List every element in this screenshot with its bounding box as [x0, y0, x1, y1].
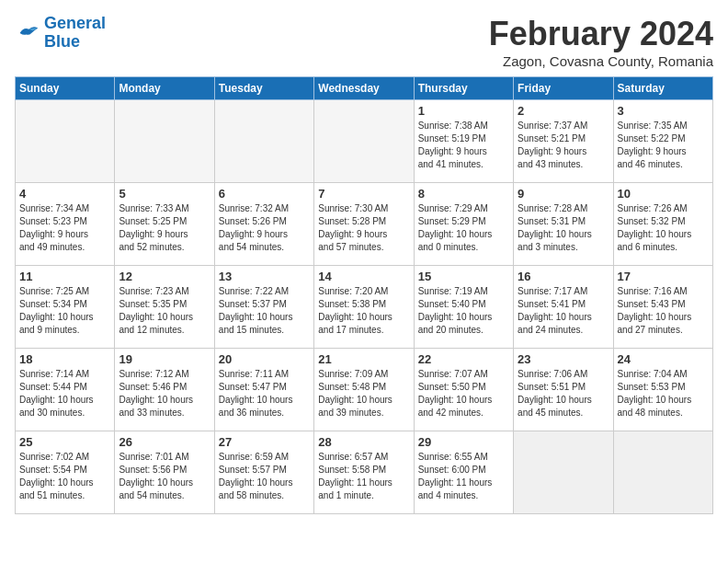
day-cell [115, 100, 214, 183]
day-number: 27 [219, 435, 310, 449]
day-cell: 25Sunrise: 7:02 AM Sunset: 5:54 PM Dayli… [16, 431, 115, 514]
week-row-5: 25Sunrise: 7:02 AM Sunset: 5:54 PM Dayli… [16, 431, 713, 514]
day-cell [514, 431, 613, 514]
day-cell: 6Sunrise: 7:32 AM Sunset: 5:26 PM Daylig… [214, 183, 313, 266]
day-number: 3 [618, 104, 709, 118]
day-info: Sunrise: 7:07 AM Sunset: 5:50 PM Dayligh… [418, 368, 509, 419]
day-info: Sunrise: 7:32 AM Sunset: 5:26 PM Dayligh… [219, 202, 310, 254]
day-cell: 19Sunrise: 7:12 AM Sunset: 5:46 PM Dayli… [115, 349, 214, 431]
day-info: Sunrise: 7:06 AM Sunset: 5:51 PM Dayligh… [518, 368, 609, 419]
day-info: Sunrise: 7:14 AM Sunset: 5:44 PM Dayligh… [19, 368, 110, 419]
day-cell: 10Sunrise: 7:26 AM Sunset: 5:32 PM Dayli… [613, 183, 712, 266]
week-row-1: 1Sunrise: 7:38 AM Sunset: 5:19 PM Daylig… [16, 100, 713, 183]
day-cell: 1Sunrise: 7:38 AM Sunset: 5:19 PM Daylig… [414, 100, 513, 183]
day-number: 13 [219, 270, 310, 283]
day-info: Sunrise: 7:33 AM Sunset: 5:25 PM Dayligh… [119, 202, 210, 254]
day-info: Sunrise: 7:17 AM Sunset: 5:41 PM Dayligh… [518, 285, 609, 337]
day-info: Sunrise: 7:26 AM Sunset: 5:32 PM Dayligh… [618, 202, 709, 254]
day-cell: 18Sunrise: 7:14 AM Sunset: 5:44 PM Dayli… [16, 349, 115, 431]
weekday-header-tuesday: Tuesday [214, 77, 313, 100]
day-info: Sunrise: 7:11 AM Sunset: 5:47 PM Dayligh… [219, 368, 310, 419]
day-number: 16 [518, 270, 609, 283]
day-info: Sunrise: 7:20 AM Sunset: 5:38 PM Dayligh… [318, 285, 409, 337]
day-cell: 12Sunrise: 7:23 AM Sunset: 5:35 PM Dayli… [115, 266, 214, 349]
day-cell: 16Sunrise: 7:17 AM Sunset: 5:41 PM Dayli… [514, 266, 613, 349]
day-info: Sunrise: 7:01 AM Sunset: 5:56 PM Dayligh… [119, 451, 210, 502]
day-info: Sunrise: 7:25 AM Sunset: 5:34 PM Dayligh… [19, 285, 110, 337]
day-cell [214, 100, 313, 183]
weekday-header-thursday: Thursday [414, 77, 513, 100]
day-cell: 27Sunrise: 6:59 AM Sunset: 5:57 PM Dayli… [214, 431, 313, 514]
day-number: 9 [518, 187, 609, 201]
week-row-2: 4Sunrise: 7:34 AM Sunset: 5:23 PM Daylig… [16, 183, 713, 266]
weekday-header-monday: Monday [115, 77, 214, 100]
day-info: Sunrise: 6:57 AM Sunset: 5:58 PM Dayligh… [318, 451, 409, 502]
day-info: Sunrise: 7:04 AM Sunset: 5:53 PM Dayligh… [618, 368, 709, 419]
day-info: Sunrise: 7:09 AM Sunset: 5:48 PM Dayligh… [318, 368, 409, 419]
weekday-header-sunday: Sunday [16, 77, 115, 100]
weekday-header-friday: Friday [514, 77, 613, 100]
day-number: 28 [318, 435, 409, 449]
logo-line2: Blue [44, 32, 80, 51]
day-cell: 8Sunrise: 7:29 AM Sunset: 5:29 PM Daylig… [414, 183, 513, 266]
day-cell: 15Sunrise: 7:19 AM Sunset: 5:40 PM Dayli… [414, 266, 513, 349]
day-cell: 2Sunrise: 7:37 AM Sunset: 5:21 PM Daylig… [514, 100, 613, 183]
day-cell [16, 100, 115, 183]
day-number: 19 [119, 352, 210, 366]
day-info: Sunrise: 7:19 AM Sunset: 5:40 PM Dayligh… [418, 285, 509, 337]
day-info: Sunrise: 7:35 AM Sunset: 5:22 PM Dayligh… [618, 120, 709, 171]
day-number: 10 [618, 187, 709, 201]
day-cell: 7Sunrise: 7:30 AM Sunset: 5:28 PM Daylig… [314, 183, 414, 266]
day-cell: 28Sunrise: 6:57 AM Sunset: 5:58 PM Dayli… [314, 431, 414, 514]
day-cell: 3Sunrise: 7:35 AM Sunset: 5:22 PM Daylig… [613, 100, 712, 183]
day-info: Sunrise: 7:16 AM Sunset: 5:43 PM Dayligh… [618, 285, 709, 337]
day-number: 21 [318, 352, 409, 366]
day-cell: 13Sunrise: 7:22 AM Sunset: 5:37 PM Dayli… [214, 266, 313, 349]
day-number: 14 [318, 270, 409, 283]
day-info: Sunrise: 7:37 AM Sunset: 5:21 PM Dayligh… [518, 120, 609, 171]
logo-icon [15, 20, 40, 46]
day-info: Sunrise: 7:02 AM Sunset: 5:54 PM Dayligh… [19, 451, 110, 502]
title-block: February 2024 Zagon, Covasna County, Rom… [489, 15, 713, 69]
day-info: Sunrise: 7:38 AM Sunset: 5:19 PM Dayligh… [418, 120, 509, 171]
day-cell: 9Sunrise: 7:28 AM Sunset: 5:31 PM Daylig… [514, 183, 613, 266]
day-number: 8 [418, 187, 509, 201]
day-cell: 17Sunrise: 7:16 AM Sunset: 5:43 PM Dayli… [613, 266, 712, 349]
day-info: Sunrise: 6:59 AM Sunset: 5:57 PM Dayligh… [219, 451, 310, 502]
page-header: General Blue February 2024 Zagon, Covasn… [15, 15, 713, 69]
day-info: Sunrise: 7:12 AM Sunset: 5:46 PM Dayligh… [119, 368, 210, 419]
day-cell: 24Sunrise: 7:04 AM Sunset: 5:53 PM Dayli… [613, 349, 712, 431]
weekday-header-wednesday: Wednesday [314, 77, 414, 100]
day-cell: 22Sunrise: 7:07 AM Sunset: 5:50 PM Dayli… [414, 349, 513, 431]
day-info: Sunrise: 6:55 AM Sunset: 6:00 PM Dayligh… [418, 451, 509, 502]
day-info: Sunrise: 7:30 AM Sunset: 5:28 PM Dayligh… [318, 202, 409, 254]
day-cell: 4Sunrise: 7:34 AM Sunset: 5:23 PM Daylig… [16, 183, 115, 266]
week-row-4: 18Sunrise: 7:14 AM Sunset: 5:44 PM Dayli… [16, 349, 713, 431]
day-number: 22 [418, 352, 509, 366]
month-title: February 2024 [489, 15, 713, 53]
day-info: Sunrise: 7:23 AM Sunset: 5:35 PM Dayligh… [119, 285, 210, 337]
day-number: 17 [618, 270, 709, 283]
day-number: 7 [318, 187, 409, 201]
day-number: 26 [119, 435, 210, 449]
location-subtitle: Zagon, Covasna County, Romania [489, 53, 713, 69]
day-info: Sunrise: 7:22 AM Sunset: 5:37 PM Dayligh… [219, 285, 310, 337]
day-number: 5 [119, 187, 210, 201]
day-number: 25 [19, 435, 110, 449]
day-cell [613, 431, 712, 514]
day-cell: 23Sunrise: 7:06 AM Sunset: 5:51 PM Dayli… [514, 349, 613, 431]
calendar-table: SundayMondayTuesdayWednesdayThursdayFrid… [15, 76, 713, 514]
weekday-header-row: SundayMondayTuesdayWednesdayThursdayFrid… [16, 77, 713, 100]
day-cell: 14Sunrise: 7:20 AM Sunset: 5:38 PM Dayli… [314, 266, 414, 349]
day-number: 6 [219, 187, 310, 201]
day-number: 20 [219, 352, 310, 366]
day-number: 29 [418, 435, 509, 449]
weekday-header-saturday: Saturday [613, 77, 712, 100]
day-number: 4 [19, 187, 110, 201]
day-number: 1 [418, 104, 509, 118]
day-cell: 11Sunrise: 7:25 AM Sunset: 5:34 PM Dayli… [16, 266, 115, 349]
day-number: 23 [518, 352, 609, 366]
day-info: Sunrise: 7:28 AM Sunset: 5:31 PM Dayligh… [518, 202, 609, 254]
day-cell: 29Sunrise: 6:55 AM Sunset: 6:00 PM Dayli… [414, 431, 513, 514]
day-info: Sunrise: 7:34 AM Sunset: 5:23 PM Dayligh… [19, 202, 110, 254]
